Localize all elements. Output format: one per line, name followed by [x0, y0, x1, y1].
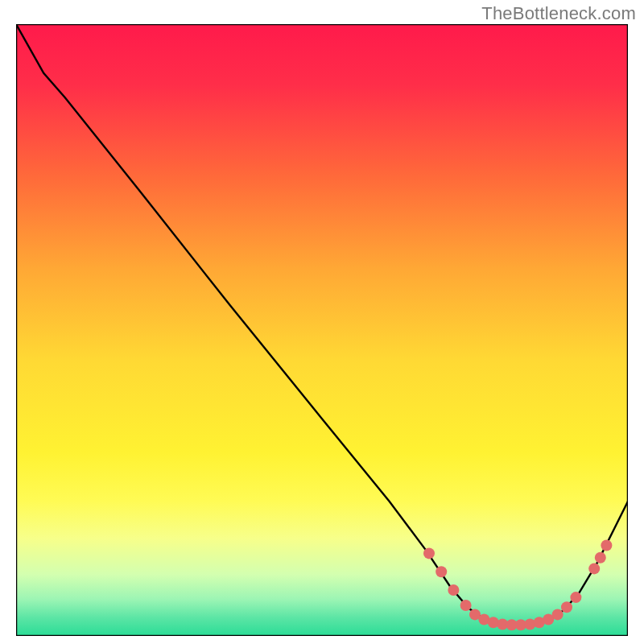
- data-marker: [561, 601, 572, 613]
- bottleneck-curve-chart: [16, 24, 628, 636]
- data-marker: [448, 584, 459, 596]
- data-marker: [552, 609, 564, 620]
- attribution-text: TheBottleneck.com: [481, 3, 636, 24]
- data-marker: [588, 563, 600, 574]
- gradient-background: [16, 24, 628, 636]
- data-marker: [601, 540, 612, 551]
- data-marker: [436, 566, 447, 577]
- data-marker: [570, 592, 581, 603]
- data-marker: [460, 600, 472, 611]
- data-marker: [595, 552, 606, 564]
- chart-container: [16, 24, 628, 636]
- data-marker: [423, 547, 435, 559]
